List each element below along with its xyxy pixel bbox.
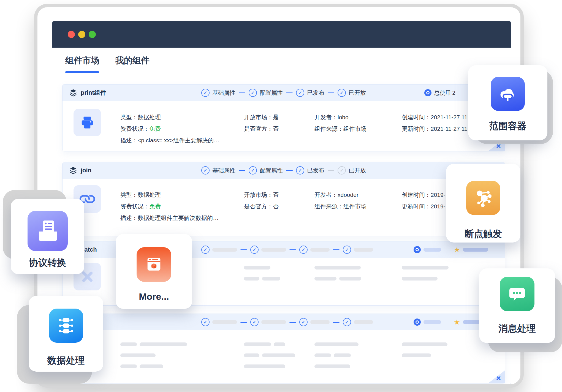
step-label: 已开放	[349, 167, 366, 174]
step-label: 已开放	[349, 89, 366, 97]
skeleton-column	[120, 342, 187, 375]
step-connector	[333, 322, 340, 323]
chat-bubble-icon	[500, 277, 534, 311]
step-connector	[240, 322, 247, 323]
field-created: 创建时间：2021-11-27 11:2	[402, 113, 472, 121]
component-card-print[interactable]: print组件 基础属性 配置属性 已发布 已开放 总使用 2 总评	[62, 84, 505, 151]
printer-icon	[80, 115, 95, 130]
skeleton-pill	[423, 320, 441, 324]
page: 组件市场 我的组件 print组件 基础属性 配置属性 已发	[0, 0, 562, 392]
feature-card-message-processing[interactable]: 消息处理	[479, 268, 555, 343]
skeleton-pill	[354, 320, 373, 324]
data-nodes-icon	[49, 309, 83, 343]
field-column: 开发者：xdooder 组件来源：组件市场	[314, 191, 366, 214]
check-icon	[201, 246, 210, 254]
check-icon	[296, 89, 304, 97]
skeleton-column	[402, 266, 449, 288]
skeleton-pill	[354, 248, 373, 252]
molecule-icon	[466, 181, 500, 215]
check-icon	[201, 89, 210, 97]
skeleton-pill	[261, 248, 286, 252]
field-desc: 描述：数据处理组件主要解决数据的…	[120, 214, 219, 222]
component-card-join[interactable]: join 基础属性 配置属性 已发布 已开放 总使用 6	[62, 162, 505, 236]
feature-card-breakpoint-trigger[interactable]: 断点触发	[446, 164, 520, 243]
tab-component-market[interactable]: 组件市场	[65, 55, 99, 73]
step-connector	[240, 249, 247, 250]
step-connector	[328, 170, 334, 171]
skeleton-column	[244, 266, 280, 288]
maximize-window-button[interactable]	[89, 31, 96, 38]
skeleton-pill	[212, 248, 237, 252]
field-column: 开发者：lobo 组件来源：组件市场	[314, 113, 366, 136]
check-icon	[299, 246, 308, 254]
step-label: 基础属性	[212, 89, 235, 97]
step-connector	[328, 92, 334, 93]
eye-icon	[414, 318, 421, 326]
field-updated: 更新时间：2019-1	[402, 202, 449, 211]
field-source: 组件来源：组件市场	[314, 202, 366, 211]
step-connector	[333, 249, 340, 250]
layers-icon	[69, 166, 77, 175]
card-close-corner-button[interactable]	[488, 371, 505, 383]
minimize-window-button[interactable]	[78, 31, 85, 38]
field-type: 类型：数据处理	[120, 191, 219, 199]
field-column: 类型：数据处理 资费状况：免费 描述：<p.class= xx>组件主要解决的…	[120, 113, 219, 148]
check-icon	[343, 318, 351, 326]
field-open-market: 开放市场：是	[244, 113, 279, 121]
check-icon	[201, 166, 210, 175]
check-icon	[299, 318, 308, 326]
step-connector	[286, 92, 293, 93]
check-icon	[250, 318, 259, 326]
feature-card-protocol-conversion[interactable]: 协议转换	[11, 199, 84, 274]
card-header: join 基础属性 配置属性 已发布 已开放 总使用 6	[63, 162, 505, 179]
status-steps: 基础属性 配置属性 已发布 已开放	[201, 85, 366, 101]
tab-bar: 组件市场 我的组件	[65, 55, 150, 73]
protocol-doc-icon	[28, 211, 68, 251]
check-icon	[201, 318, 210, 326]
feature-card-label: 协议转换	[11, 257, 84, 269]
step-connector	[289, 249, 296, 250]
skeleton-pill	[310, 248, 330, 252]
step-label: 已发布	[307, 89, 324, 97]
feature-card-more[interactable]: More...	[116, 234, 192, 309]
component-card-skeleton[interactable]	[62, 314, 505, 383]
tab-label: 组件市场	[65, 55, 99, 66]
feature-card-data-processing[interactable]: 数据处理	[29, 296, 103, 372]
check-icon	[296, 166, 304, 175]
step-connector	[239, 170, 245, 171]
field-column: 开放市场：是 是否官方：否	[244, 113, 279, 136]
step-label: 配置属性	[260, 89, 283, 97]
skeleton-column	[314, 266, 361, 288]
feature-card-range-container[interactable]: 范围容器	[468, 65, 547, 140]
component-title: join	[81, 167, 91, 174]
star-icon	[454, 318, 460, 326]
field-column: 类型：数据处理 资费状况：免费 描述：数据处理组件主要解决数据的…	[120, 191, 219, 225]
usage-badge-skeleton	[414, 318, 441, 326]
usage-badge-skeleton	[414, 246, 441, 253]
field-developer: 开发者：xdooder	[314, 191, 366, 199]
skeleton-column	[402, 342, 447, 364]
field-official: 是否官方：否	[244, 125, 279, 133]
field-fee: 资费状况：免费	[120, 202, 219, 211]
skeleton-pill	[261, 320, 286, 324]
step-connector	[286, 170, 293, 171]
tab-my-components[interactable]: 我的组件	[115, 55, 150, 73]
field-updated: 更新时间：2021-11-27 11:2	[402, 125, 472, 133]
field-type: 类型：数据处理	[120, 113, 219, 121]
skeleton-column	[244, 342, 295, 375]
window-titlebar	[52, 21, 511, 48]
skeleton-pill	[463, 248, 488, 252]
field-created: 创建时间：2019-1	[402, 191, 449, 199]
component-title: print组件	[81, 89, 106, 97]
field-developer: 开发者：lobo	[314, 113, 366, 121]
rating-badge-skeleton	[454, 246, 488, 253]
check-icon-inactive	[338, 166, 346, 175]
card-header: print组件 基础属性 配置属性 已发布 已开放 总使用 2 总评	[63, 85, 505, 101]
check-icon	[343, 246, 351, 254]
field-source: 组件来源：组件市场	[314, 125, 366, 133]
close-window-button[interactable]	[68, 31, 75, 38]
feature-card-label: 断点触发	[446, 228, 520, 240]
feature-card-label: More...	[116, 291, 192, 302]
status-steps: 基础属性 配置属性 已发布 已开放	[201, 162, 366, 179]
check-icon	[249, 166, 257, 175]
